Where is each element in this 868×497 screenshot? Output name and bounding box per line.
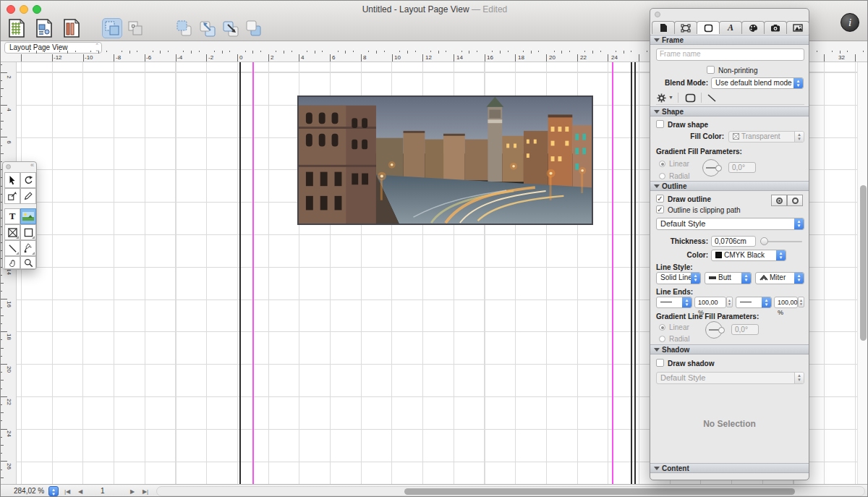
placed-image-frame[interactable] [297,95,593,225]
thickness-input[interactable]: 0,0706cm [711,236,756,247]
ruler-tick [59,51,60,52]
ruler-label: 24 [611,54,618,61]
horizontal-scrollbar-thumb[interactable] [404,488,795,495]
gradient-angle-dial[interactable] [702,159,720,177]
scale-tool[interactable] [4,188,20,204]
pointer-tool[interactable] [4,172,20,188]
group-icon[interactable] [102,18,122,38]
outline-color-select[interactable]: CMYK Black ▲▼ [711,250,786,261]
stepper-arrows-icon[interactable]: ▲▼ [798,297,804,307]
next-page-button[interactable]: ▶ [127,487,138,496]
line-linear-radio[interactable] [659,324,665,331]
palette-collapse-icon[interactable]: « [30,161,34,169]
frame-tab[interactable] [674,21,697,34]
layout-document-icon[interactable] [34,18,54,38]
picture-tab[interactable] [786,21,809,34]
horizontal-scrollbar[interactable] [156,486,865,496]
bezier-tool[interactable] [20,240,36,256]
dial-knob[interactable] [718,327,725,334]
ruler-tick [252,51,253,54]
non-printing-checkbox[interactable] [707,66,715,74]
new-document-icon[interactable] [7,18,27,38]
text-tab[interactable]: A [719,21,742,34]
vertical-scrollbar-thumb[interactable] [860,185,867,341]
zoom-tool[interactable] [20,256,36,269]
shape-tab[interactable] [697,21,720,34]
line-end-select[interactable]: ▲▼ [736,297,772,308]
ruler-tick [1,64,2,65]
ruler-tick [1,477,4,478]
page-edge[interactable] [239,62,241,484]
ruler-tick [1,129,2,129]
draw-outline-checkbox[interactable]: ✓ [656,195,664,203]
color-tab[interactable] [741,21,765,34]
pan-tool[interactable] [4,256,20,269]
line-radial-radio[interactable] [659,336,665,342]
line-style-select[interactable]: Solid Line ▲▼ [656,272,701,284]
line-end-scale-input[interactable]: 100,00 % [774,297,798,308]
image-tool[interactable] [20,208,36,224]
send-backward-icon[interactable] [197,18,218,38]
document-tab[interactable] [652,21,675,34]
page-edge[interactable] [631,62,632,484]
line-tool[interactable] [4,240,20,256]
vertical-scrollbar[interactable] [857,62,868,484]
zoom-stepper[interactable]: ▲▼ [48,486,59,496]
line-start-select[interactable]: ▲▼ [656,297,692,308]
info-button[interactable]: i [841,13,859,32]
camera-tab[interactable] [764,21,787,34]
outline-center-button[interactable] [787,195,803,206]
line-start-scale-input[interactable]: 100,00 % [694,297,726,308]
page-edge[interactable] [634,62,636,484]
content-section-header[interactable]: Content [650,463,809,473]
rounded-rect-tool-icon[interactable] [685,93,696,103]
shape-section-header[interactable]: Shape [650,106,809,116]
slider-thumb[interactable] [760,237,768,245]
gear-icon[interactable] [656,93,667,103]
bring-to-front-icon[interactable] [174,18,195,38]
ruler-tick [191,51,192,54]
text-tool[interactable]: T [4,208,20,224]
thickness-slider[interactable] [760,241,802,242]
bring-forward-icon[interactable] [221,18,241,38]
gradient-angle-input[interactable]: 0,0° [728,162,756,173]
margin-guide[interactable] [252,62,254,484]
blend-mode-select[interactable]: Use default blend mode ▲▼ [711,77,804,89]
ruler-tick [260,51,261,52]
line-tool-icon[interactable] [707,93,717,103]
line-cap-select[interactable]: Butt ▲▼ [705,272,752,284]
linear-radio[interactable] [659,161,665,167]
radial-radio[interactable] [659,173,665,179]
rectangle-tool[interactable] [20,224,36,240]
shadow-section-header[interactable]: Shadow [650,344,809,354]
margin-guide[interactable] [612,62,613,484]
last-page-button[interactable]: ▶| [140,487,151,496]
outline-section-header[interactable]: Outline [650,181,809,191]
draw-shape-checkbox[interactable] [656,120,664,128]
shadow-style-select[interactable]: Default Style ▲▼ [656,372,804,384]
chevron-updown-icon: ▲▼ [794,272,804,284]
edit-content-tool[interactable] [20,188,36,204]
palette-close-icon[interactable] [6,164,11,169]
line-join-select[interactable]: Miter ▲▼ [755,272,804,284]
ruler-tick [492,51,493,52]
frame-section-header[interactable]: Frame [650,35,809,45]
frame-name-input[interactable]: Frame name [656,48,804,61]
outline-outside-button[interactable] [771,195,787,206]
stepper-arrows-icon[interactable]: ▲▼ [726,297,733,307]
outline-style-select[interactable]: Default Style ▲▼ [656,218,804,230]
send-to-back-icon[interactable] [244,18,264,38]
clipping-path-checkbox[interactable]: ✓ [656,205,664,213]
rotate-tool[interactable] [20,172,36,188]
dial-knob[interactable] [715,165,722,171]
book-document-icon[interactable] [61,18,82,38]
fill-color-select[interactable]: Transparent ▲▼ [728,131,804,143]
line-gradient-angle-input[interactable]: 0,0° [731,324,759,335]
previous-page-button[interactable]: ◀ [75,487,86,496]
ungroup-icon[interactable] [125,18,145,38]
inspector-close-icon[interactable] [655,12,660,17]
line-gradient-angle-dial[interactable] [705,321,723,339]
draw-shadow-checkbox[interactable] [656,359,664,367]
first-page-button[interactable]: |◀ [61,487,73,496]
placeholder-frame-tool[interactable] [4,224,20,240]
